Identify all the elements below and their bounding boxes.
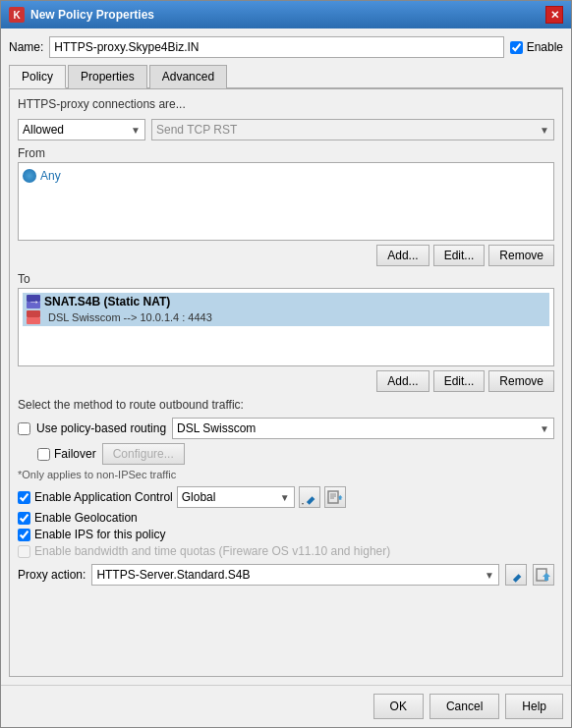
policy-based-label: Use policy-based routing	[36, 421, 166, 435]
send-tcp-dropdown[interactable]: Send TCP RST ▼	[151, 119, 554, 140]
tab-content-policy: HTTPS-proxy connections are... Allowed ▼…	[9, 88, 563, 677]
footer: OK Cancel Help	[1, 685, 571, 727]
app-control-checkbox[interactable]	[18, 491, 30, 504]
routing-section: Select the method to route outbound traf…	[18, 398, 554, 480]
app-control-dropdown[interactable]: Global ▼	[177, 486, 295, 508]
proxy-export-icon-btn[interactable]	[533, 564, 554, 586]
svg-rect-12	[513, 574, 521, 582]
svg-marker-6	[302, 503, 304, 505]
to-section: To →	[18, 272, 554, 392]
send-dropdown-arrow: ▼	[540, 125, 549, 136]
app-icon: K	[9, 7, 25, 23]
dsl-dropdown[interactable]: DSL Swisscom ▼	[172, 418, 554, 439]
dialog-window: K New Policy Properties ✕ Name: Enable P…	[0, 0, 572, 728]
from-add-button[interactable]: Add...	[376, 245, 429, 266]
snat-sub-icon	[27, 310, 40, 324]
proxy-action-row: Proxy action: HTTPS-Server.Standard.S4B …	[18, 564, 554, 586]
help-button[interactable]: Help	[505, 694, 563, 719]
enable-row: Enable	[510, 40, 563, 54]
snat-sub: DSL Swisscom --> 10.0.1.4 : 4443	[44, 311, 212, 323]
allowed-dropdown[interactable]: Allowed ▼	[18, 119, 145, 140]
name-row: Name: Enable	[9, 36, 563, 58]
svg-rect-7	[328, 491, 338, 503]
svg-rect-4	[27, 317, 40, 324]
tab-policy[interactable]: Policy	[9, 65, 66, 88]
geolocation-checkbox[interactable]	[18, 512, 30, 525]
name-label: Name:	[9, 40, 43, 54]
proxy-action-arrow: ▼	[485, 570, 494, 581]
to-item-snat[interactable]: → SNAT.S4B (Static NAT)	[23, 293, 549, 326]
bandwidth-label: Enable bandwidth and time quotas (Firewa…	[34, 544, 390, 558]
name-input[interactable]	[49, 36, 503, 58]
snat-icon: →	[27, 295, 40, 308]
from-edit-button[interactable]: Edit...	[433, 245, 486, 266]
snat-name: SNAT.S4B (Static NAT)	[44, 295, 170, 308]
checkboxes-section: Enable Application Control Global ▼	[18, 486, 554, 558]
ips-checkbox[interactable]	[18, 529, 30, 541]
from-remove-button[interactable]: Remove	[488, 245, 554, 266]
routing-row: Use policy-based routing DSL Swisscom ▼	[18, 418, 554, 439]
window-body: Name: Enable Policy Properties Advanced …	[1, 28, 571, 685]
cancel-button[interactable]: Cancel	[429, 694, 499, 719]
from-section: From Any Add... Edit... Remove	[18, 146, 554, 266]
geolocation-label: Enable Geolocation	[34, 511, 138, 525]
bandwidth-row: Enable bandwidth and time quotas (Firewa…	[18, 544, 554, 558]
from-item-any-label: Any	[40, 169, 61, 183]
svg-text:→: →	[29, 295, 40, 308]
connections-row: Allowed ▼ Send TCP RST ▼	[18, 119, 554, 140]
ok-button[interactable]: OK	[373, 694, 424, 719]
from-label: From	[18, 146, 554, 160]
to-edit-button[interactable]: Edit...	[433, 370, 486, 392]
app-control-row: Enable Application Control Global ▼	[18, 486, 554, 508]
svg-rect-5	[307, 496, 315, 504]
tabs: Policy Properties Advanced	[9, 64, 563, 88]
app-control-edit-icon-btn[interactable]	[299, 486, 320, 508]
enable-label: Enable	[527, 40, 563, 54]
allowed-dropdown-arrow: ▼	[131, 125, 141, 136]
to-add-button[interactable]: Add...	[376, 370, 429, 392]
proxy-action-dropdown[interactable]: HTTPS-Server.Standard.S4B ▼	[91, 564, 499, 586]
configure-button[interactable]: Configure...	[102, 443, 185, 465]
bandwidth-checkbox[interactable]	[18, 545, 30, 558]
to-label: To	[18, 272, 554, 286]
routing-label: Select the method to route outbound traf…	[18, 398, 554, 412]
dsl-dropdown-arrow: ▼	[540, 423, 549, 434]
title-bar: K New Policy Properties ✕	[1, 1, 571, 28]
proxy-pencil-icon	[508, 567, 524, 583]
app-control-label: Enable Application Control	[34, 490, 173, 504]
globe-icon	[23, 169, 36, 183]
svg-marker-14	[543, 573, 550, 581]
to-remove-button[interactable]: Remove	[488, 370, 554, 392]
ips-row: Enable IPS for this policy	[18, 528, 554, 541]
app-control-arrow: ▼	[280, 492, 290, 503]
from-box: Any	[18, 162, 554, 241]
failover-label: Failover	[54, 447, 96, 461]
geolocation-row: Enable Geolocation	[18, 511, 554, 525]
proxy-export-icon	[536, 567, 551, 583]
failover-checkbox-row: Failover	[37, 447, 96, 461]
pencil-icon	[302, 489, 317, 505]
tab-advanced[interactable]: Advanced	[149, 65, 227, 88]
from-item-any[interactable]: Any	[23, 167, 549, 185]
ips-label: Enable IPS for this policy	[34, 528, 165, 541]
enable-checkbox[interactable]	[510, 41, 523, 54]
close-button[interactable]: ✕	[545, 6, 563, 24]
connections-label: HTTPS-proxy connections are...	[18, 97, 554, 111]
failover-row: Failover Configure...	[18, 443, 554, 465]
export-icon	[327, 489, 343, 505]
proxy-action-label: Proxy action:	[18, 568, 86, 582]
tabs-container: Policy Properties Advanced HTTPS-proxy c…	[9, 64, 563, 677]
to-box: → SNAT.S4B (Static NAT)	[18, 288, 554, 366]
window-title: New Policy Properties	[30, 8, 154, 22]
tab-properties[interactable]: Properties	[68, 65, 147, 88]
proxy-edit-icon-btn[interactable]	[505, 564, 527, 586]
policy-based-checkbox[interactable]	[18, 422, 30, 435]
svg-rect-3	[27, 310, 40, 317]
app-control-export-icon-btn[interactable]	[324, 486, 346, 508]
route-note: *Only applies to non-IPSec traffic	[18, 469, 554, 480]
failover-checkbox[interactable]	[37, 448, 50, 461]
